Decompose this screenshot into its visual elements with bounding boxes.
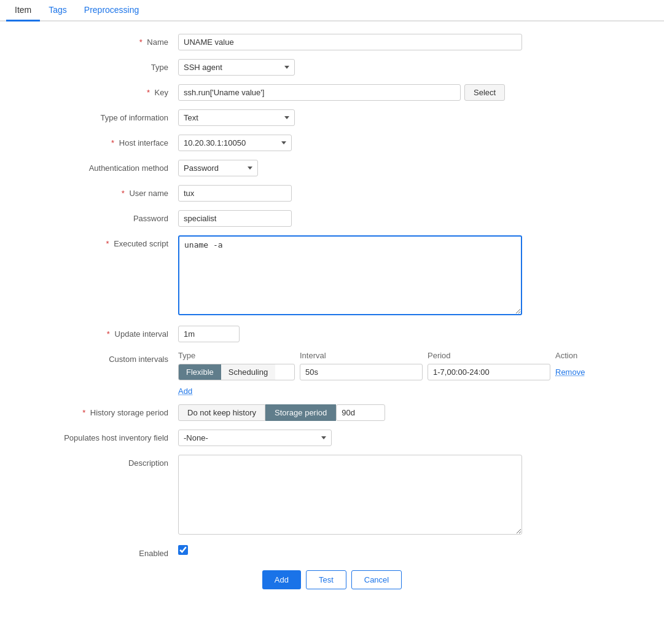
key-select-button[interactable]: Select (464, 84, 505, 101)
add-button[interactable]: Add (262, 570, 301, 589)
inventory-row: Populates host inventory field -None- (12, 430, 652, 446)
action-buttons: Add Test Cancel (12, 570, 652, 608)
host-interface-select[interactable]: 10.20.30.1:10050 (178, 135, 292, 151)
auth-method-control: Password (178, 160, 652, 176)
tab-tags[interactable]: Tags (40, 0, 76, 22)
custom-intervals-row: Custom intervals Type Interval Period Ac… (12, 351, 652, 396)
tab-item[interactable]: Item (6, 0, 40, 22)
executed-script-required-star: * (106, 239, 109, 248)
username-required-star: * (122, 189, 125, 198)
description-control (178, 455, 652, 536)
host-interface-required-star: * (111, 138, 114, 147)
key-control: Select (178, 84, 652, 101)
custom-interval-row: Flexible Scheduling Remove (178, 364, 652, 380)
password-row: Password (12, 210, 652, 227)
password-label: Password (12, 210, 178, 223)
type-control: SSH agent (178, 59, 652, 76)
ci-header-action: Action (555, 351, 652, 360)
enabled-control (178, 545, 652, 555)
custom-intervals-label: Custom intervals (12, 351, 178, 364)
username-row: * User name (12, 185, 652, 202)
tab-bar: Item Tags Preprocessing (0, 0, 664, 22)
key-input[interactable] (178, 84, 461, 101)
executed-script-textarea[interactable]: uname -a (178, 235, 522, 315)
description-label: Description (12, 455, 178, 468)
username-label: * User name (12, 185, 178, 198)
executed-script-label: * Executed script (12, 235, 178, 248)
history-period-input[interactable] (336, 404, 385, 421)
enabled-label: Enabled (12, 545, 178, 558)
ci-interval-input[interactable] (300, 364, 423, 380)
type-of-info-label: Type of information (12, 109, 178, 122)
name-required-star: * (139, 37, 143, 47)
type-of-info-control: Text (178, 109, 652, 126)
host-interface-label: * Host interface (12, 135, 178, 147)
username-control (178, 185, 652, 202)
type-of-info-select[interactable]: Text (178, 109, 295, 126)
ci-scheduling-btn[interactable]: Scheduling (221, 364, 275, 380)
auth-method-row: Authentication method Password (12, 160, 652, 176)
cancel-button[interactable]: Cancel (351, 570, 402, 589)
host-interface-row: * Host interface 10.20.30.1:10050 (12, 135, 652, 151)
update-interval-control (178, 326, 652, 342)
ci-header-period: Period (428, 351, 550, 360)
enabled-row: Enabled (12, 545, 652, 558)
key-label: * Key (12, 84, 178, 97)
update-interval-input[interactable] (178, 326, 240, 342)
test-button[interactable]: Test (306, 570, 346, 589)
history-storage-label: * History storage period (12, 404, 178, 417)
name-control (178, 34, 652, 50)
inventory-label: Populates host inventory field (12, 430, 178, 442)
tab-preprocessing[interactable]: Preprocessing (76, 0, 148, 22)
name-row: * Name (12, 34, 652, 50)
auth-method-select[interactable]: Password (178, 160, 258, 176)
ci-header-type: Type (178, 351, 295, 360)
custom-intervals-control: Type Interval Period Action Flexible Sch… (178, 351, 652, 396)
key-required-star: * (147, 88, 150, 97)
auth-method-label: Authentication method (12, 160, 178, 173)
history-storage-row: * History storage period Do not keep his… (12, 404, 652, 421)
ci-header-interval: Interval (300, 351, 423, 360)
history-storage-group: Do not keep history Storage period (178, 404, 652, 421)
username-input[interactable] (178, 185, 292, 202)
update-interval-label: * Update interval (12, 326, 178, 339)
enabled-checkbox[interactable] (178, 545, 188, 555)
inventory-select[interactable]: -None- (178, 430, 332, 446)
type-label: Type (12, 59, 178, 72)
history-storage-required-star: * (82, 408, 85, 417)
description-textarea[interactable] (178, 455, 522, 535)
executed-script-control: uname -a (178, 235, 652, 317)
description-row: Description (12, 455, 652, 536)
history-storage-control: Do not keep history Storage period (178, 404, 652, 421)
key-row: * Key Select (12, 84, 652, 101)
type-select[interactable]: SSH agent (178, 59, 295, 76)
password-input[interactable] (178, 210, 292, 227)
name-label: * Name (12, 34, 178, 47)
custom-intervals-headers: Type Interval Period Action (178, 351, 652, 360)
storage-period-btn[interactable]: Storage period (265, 404, 336, 421)
host-interface-control: 10.20.30.1:10050 (178, 135, 652, 151)
ci-type-toggle: Flexible Scheduling (178, 364, 295, 380)
password-control (178, 210, 652, 227)
ci-period-input[interactable] (428, 364, 550, 380)
ci-add-link[interactable]: Add (178, 387, 192, 396)
form-container: * Name Type SSH agent * Key Select (0, 22, 664, 620)
name-input[interactable] (178, 34, 522, 50)
update-interval-required-star: * (107, 329, 110, 339)
inventory-control: -None- (178, 430, 652, 446)
executed-script-row: * Executed script uname -a (12, 235, 652, 317)
key-row-inner: Select (178, 84, 652, 101)
type-of-info-row: Type of information Text (12, 109, 652, 126)
ci-flexible-btn[interactable]: Flexible (179, 364, 221, 380)
no-history-btn[interactable]: Do not keep history (178, 404, 265, 421)
update-interval-row: * Update interval (12, 326, 652, 342)
type-row: Type SSH agent (12, 59, 652, 76)
ci-remove-link[interactable]: Remove (555, 367, 585, 377)
